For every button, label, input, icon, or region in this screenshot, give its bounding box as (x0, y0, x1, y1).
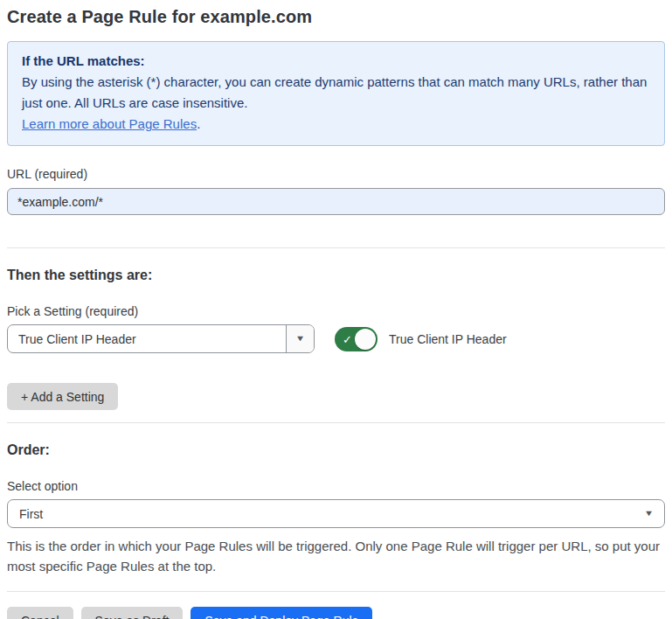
order-help-text: This is the order in which your Page Rul… (7, 536, 665, 576)
toggle-knob (355, 329, 376, 350)
caret-down-icon: ▼ (644, 510, 655, 518)
url-match-info-box: If the URL matches: By using the asteris… (7, 41, 665, 146)
order-section-heading: Order: (7, 442, 665, 458)
create-page-rule-panel: Create a Page Rule for example.com If th… (0, 0, 672, 619)
save-and-deploy-button[interactable]: Save and Deploy Page Rule (191, 607, 372, 619)
caret-down-icon: ▼ (295, 335, 306, 343)
setting-dropdown-value: True Client IP Header (8, 325, 286, 352)
settings-section-heading: Then the settings are: (7, 268, 665, 283)
info-box-text: By using the asterisk (*) character, you… (22, 74, 647, 110)
link-suffix: . (197, 116, 200, 131)
divider (7, 422, 665, 423)
dropdown-arrow-button[interactable]: ▼ (286, 325, 314, 352)
url-input[interactable] (7, 188, 665, 215)
page-title: Create a Page Rule for example.com (7, 7, 665, 27)
check-icon: ✓ (343, 332, 352, 345)
action-buttons: Cancel Save as Draft Save and Deploy Pag… (7, 607, 665, 619)
add-setting-button[interactable]: + Add a Setting (7, 383, 118, 410)
pick-setting-label: Pick a Setting (required) (7, 304, 665, 318)
toggle-label: True Client IP Header (389, 332, 507, 346)
cancel-button[interactable]: Cancel (7, 607, 73, 619)
divider (7, 247, 665, 248)
divider (7, 591, 665, 592)
info-box-body: By using the asterisk (*) character, you… (22, 72, 650, 135)
setting-row: True Client IP Header ▼ ✓ True Client IP… (7, 324, 665, 353)
select-option-label: Select option (7, 479, 665, 493)
setting-toggle[interactable]: ✓ (335, 327, 378, 351)
order-select[interactable]: First ▼ (7, 499, 665, 528)
setting-dropdown[interactable]: True Client IP Header ▼ (7, 324, 315, 353)
info-box-heading: If the URL matches: (22, 51, 650, 72)
save-as-draft-button[interactable]: Save as Draft (81, 607, 184, 619)
order-select-value: First (19, 507, 43, 521)
learn-more-link[interactable]: Learn more about Page Rules (22, 116, 197, 131)
url-label: URL (required) (7, 167, 665, 181)
